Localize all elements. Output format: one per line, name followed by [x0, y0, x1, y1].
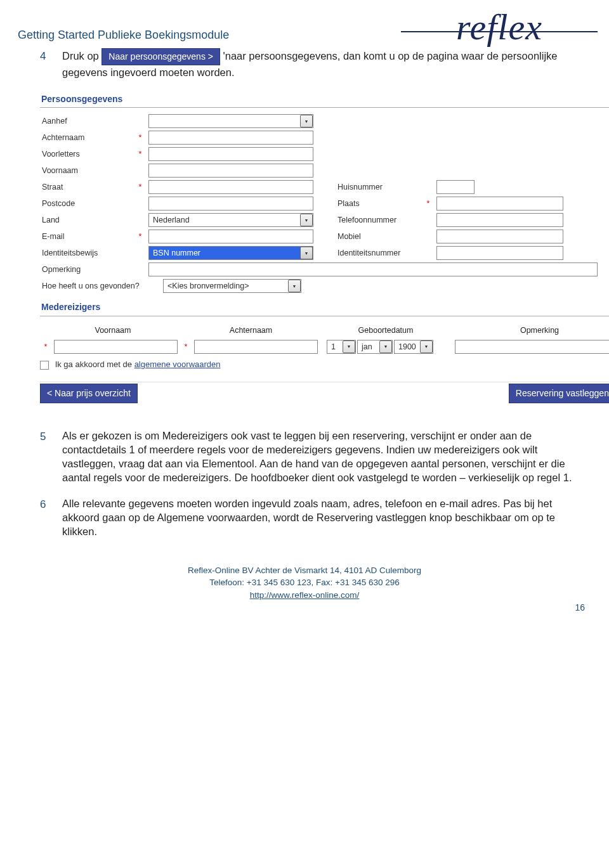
mede-jaar-select[interactable]: 1900▼: [394, 340, 433, 354]
document-title: Getting Started Publieke Boekingsmodule: [18, 29, 229, 42]
required-marker: *: [180, 342, 192, 353]
label-straat: Straat: [40, 182, 132, 193]
aanhef-select[interactable]: ▼: [148, 114, 313, 128]
form-screenshot: Persoonsgegevens Aanhef ▼ Achternaam * V…: [40, 91, 609, 403]
huisnummer-input[interactable]: [436, 180, 475, 194]
mede-col-geboortedatum: Geboortedatum: [316, 325, 455, 336]
bron-select[interactable]: <Kies bronvermelding> ▼: [163, 279, 301, 293]
step4-prefix: Druk op: [62, 50, 102, 62]
chevron-down-icon: ▼: [420, 340, 433, 353]
label-postcode: Postcode: [40, 198, 132, 209]
mede-col-achternaam: Achternaam: [186, 325, 316, 336]
telefoon-input[interactable]: [436, 213, 563, 227]
voornaam-input[interactable]: [148, 164, 313, 178]
reflex-logo: reflex: [407, 13, 591, 42]
idbewijs-select[interactable]: BSN nummer ▼: [148, 246, 313, 260]
algemene-voorwaarden-link[interactable]: algemene voorwaarden: [134, 360, 221, 369]
voorletters-input[interactable]: [148, 147, 313, 161]
chevron-down-icon: ▼: [300, 214, 313, 226]
mede-col-opmerking: Opmerking: [455, 325, 609, 336]
step5-text: Als er gekozen is om Medereizigers ook v…: [62, 430, 572, 484]
step-4: Druk op Naar persoonsgegevens > 'naar pe…: [40, 48, 591, 403]
reservering-vastleggen-button[interactable]: Reservering vastleggen >: [509, 384, 609, 403]
footer-phone: Telefoon: +31 345 630 123, Fax: +31 345 …: [18, 576, 591, 589]
straat-input[interactable]: [148, 180, 313, 194]
step-6: Alle relevante gegevens moeten worden in…: [40, 496, 591, 539]
label-idbewijs: Identiteitsbewijs: [40, 248, 132, 259]
naar-prijs-overzicht-button[interactable]: < Naar prijs overzicht: [40, 384, 138, 403]
label-voornaam: Voornaam: [40, 165, 132, 176]
bron-value: <Kies bronvermelding>: [167, 281, 249, 292]
mede-maand-select[interactable]: jan▼: [357, 340, 393, 354]
required-marker: *: [134, 182, 146, 193]
label-idnummer: Identiteitsnummer: [337, 248, 420, 259]
required-marker: *: [422, 198, 434, 209]
chevron-down-icon: ▼: [300, 115, 313, 127]
plaats-input[interactable]: [436, 197, 563, 211]
label-telefoon: Telefoonnummer: [337, 215, 420, 226]
mede-dag-select[interactable]: 1▼: [327, 340, 356, 354]
page-footer: Reflex-Online BV Achter de Vismarkt 14, …: [18, 564, 591, 602]
chevron-down-icon: ▼: [343, 340, 355, 353]
akkoord-checkbox[interactable]: [40, 361, 49, 370]
mede-header-row: Voornaam Achternaam Geboortedatum Opmerk…: [40, 323, 609, 340]
mede-col-voornaam: Voornaam: [40, 325, 186, 336]
step-5: Als er gekozen is om Medereizigers ook v…: [40, 429, 591, 485]
postcode-input[interactable]: [148, 197, 313, 211]
akkoord-text: Ik ga akkoord met de: [55, 360, 134, 369]
mede-opmerking-input[interactable]: [455, 340, 609, 354]
email-input[interactable]: [148, 230, 313, 243]
mede-row: * * 1▼ jan▼ 1900▼: [40, 340, 609, 354]
label-opmerking: Opmerking: [40, 264, 132, 275]
label-email: E-mail: [40, 231, 132, 242]
mede-achternaam-input[interactable]: [194, 340, 318, 354]
chevron-down-icon: ▼: [379, 340, 392, 353]
label-achternaam: Achternaam: [40, 133, 132, 143]
idnummer-input[interactable]: [436, 246, 563, 260]
section-persoonsgegevens: Persoonsgegevens: [40, 91, 609, 108]
land-value: Nederland: [153, 215, 190, 226]
footer-address: Reflex-Online BV Achter de Vismarkt 14, …: [18, 564, 591, 577]
mobiel-input[interactable]: [436, 230, 563, 243]
label-plaats: Plaats: [337, 198, 420, 209]
chevron-down-icon: ▼: [288, 280, 301, 292]
label-land: Land: [40, 215, 132, 226]
land-select[interactable]: Nederland ▼: [148, 213, 313, 227]
required-marker: *: [134, 149, 146, 160]
page-number: 16: [18, 602, 591, 612]
chevron-down-icon: ▼: [300, 247, 313, 259]
label-mobiel: Mobiel: [337, 231, 420, 242]
naar-persoonsgegevens-button-inline: Naar persoonsgegevens >: [102, 48, 220, 65]
label-voorletters: Voorletters: [40, 149, 132, 160]
section-medereizigers: Medereizigers: [40, 299, 609, 316]
step6-text: Alle relevante gegevens moeten worden in…: [62, 498, 555, 538]
required-marker: *: [134, 133, 146, 143]
mede-voornaam-input[interactable]: [54, 340, 178, 354]
label-bron: Hoe heeft u ons gevonden?: [40, 281, 160, 292]
footer-url[interactable]: http://www.reflex-online.com/: [250, 590, 360, 600]
akkoord-row: Ik ga akkoord met de algemene voorwaarde…: [40, 359, 609, 370]
idbewijs-value: BSN nummer: [153, 248, 200, 259]
required-marker: *: [40, 342, 51, 353]
opmerking-input[interactable]: [148, 262, 598, 276]
label-huisnummer: Huisnummer: [337, 182, 420, 193]
achternaam-input[interactable]: [148, 131, 313, 145]
required-marker: *: [134, 231, 146, 242]
label-aanhef: Aanhef: [40, 116, 132, 127]
